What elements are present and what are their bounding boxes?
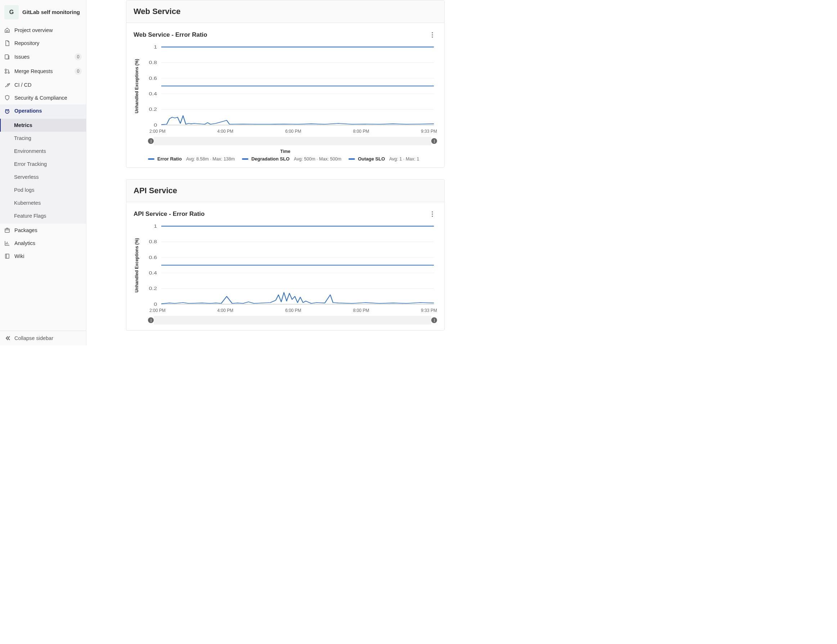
sidebar-item-issues[interactable]: Issues 0	[0, 50, 86, 64]
slider-track[interactable]	[154, 316, 431, 324]
y-axis-label: Unhandled Exceptions (%)	[134, 44, 140, 127]
sidebar-item-security[interactable]: Security & Compliance	[0, 92, 86, 104]
subnav-item-feature-flags[interactable]: Feature Flags	[0, 210, 86, 222]
svg-point-9	[432, 34, 433, 35]
svg-text:1: 1	[154, 224, 157, 228]
merge-requests-count-badge: 0	[74, 68, 82, 75]
svg-rect-0	[5, 55, 8, 59]
book-icon	[4, 253, 10, 259]
svg-text:0.4: 0.4	[149, 92, 157, 97]
ellipsis-vertical-icon	[432, 211, 433, 217]
subnav-item-tracing[interactable]: Tracing	[0, 132, 86, 145]
sidebar-item-label: Wiki	[15, 253, 82, 259]
sidebar-item-label: Operations	[15, 108, 82, 114]
legend-stats: Avg: 8.58m · Max: 138m	[186, 157, 235, 162]
sidebar-item-repository[interactable]: Repository	[0, 37, 86, 50]
project-avatar: G	[4, 5, 19, 20]
slider-handle-right[interactable]	[431, 138, 437, 144]
svg-rect-6	[5, 229, 9, 233]
legend-item[interactable]: Degradation SLO Avg: 500m · Max: 500m	[242, 156, 341, 162]
slider-handle-left[interactable]	[148, 138, 154, 144]
svg-point-24	[432, 213, 433, 215]
legend-item[interactable]: Error Ratio Avg: 8.58m · Max: 138m	[148, 156, 235, 162]
slider-handle-right[interactable]	[431, 317, 437, 323]
subnav-item-metrics[interactable]: Metrics	[0, 119, 86, 132]
operations-subnav: Metrics Tracing Environments Error Track…	[0, 117, 86, 224]
chart-plot[interactable]: 00.20.40.60.81	[140, 44, 437, 127]
svg-point-8	[432, 32, 433, 33]
sidebar-item-ci-cd[interactable]: CI / CD	[0, 79, 86, 92]
slider-track[interactable]	[154, 137, 431, 145]
collapse-sidebar-button[interactable]: Collapse sidebar	[0, 331, 86, 346]
svg-text:0.8: 0.8	[149, 239, 157, 244]
chart-menu-button[interactable]	[428, 210, 437, 219]
operations-icon	[4, 108, 10, 114]
panel-header: API Service	[126, 180, 444, 202]
chart-range-slider[interactable]	[148, 316, 437, 324]
legend-name: Error Ratio	[157, 156, 182, 162]
legend-stats: Avg: 1 · Max: 1	[389, 157, 419, 162]
svg-text:0.2: 0.2	[149, 107, 157, 112]
panel-header: Web Service	[126, 0, 444, 23]
chart-title: Web Service - Error Ratio	[134, 31, 207, 38]
chart-menu-button[interactable]	[428, 30, 437, 39]
svg-point-10	[432, 36, 433, 38]
issues-icon	[4, 54, 10, 60]
legend-name: Degradation SLO	[251, 156, 289, 162]
project-header[interactable]: G GitLab self monitoring	[0, 2, 86, 24]
svg-text:0.6: 0.6	[149, 255, 157, 260]
sidebar-item-analytics[interactable]: Analytics	[0, 237, 86, 250]
collapse-sidebar-label: Collapse sidebar	[15, 335, 53, 341]
document-icon	[4, 40, 10, 46]
sidebar-item-project-overview[interactable]: Project overview	[0, 24, 86, 37]
svg-text:0.2: 0.2	[149, 286, 157, 291]
sidebar-item-label: Packages	[15, 228, 82, 233]
x-axis-ticks: 2:00 PM 4:00 PM 6:00 PM 8:00 PM 9:33 PM	[134, 127, 437, 134]
legend-stats: Avg: 500m · Max: 500m	[294, 157, 341, 162]
x-axis-ticks: 2:00 PM 4:00 PM 6:00 PM 8:00 PM 9:33 PM	[134, 306, 437, 313]
shield-icon	[4, 95, 10, 101]
sidebar-item-merge-requests[interactable]: Merge Requests 0	[0, 64, 86, 79]
legend-item[interactable]: Outage SLO Avg: 1 · Max: 1	[348, 156, 419, 162]
ellipsis-vertical-icon	[432, 32, 433, 38]
subnav-item-pod-logs[interactable]: Pod logs	[0, 184, 86, 197]
sidebar-item-label: CI / CD	[15, 82, 82, 88]
x-axis-label: Time	[134, 149, 437, 154]
merge-request-icon	[4, 68, 10, 74]
chart-title: API Service - Error Ratio	[134, 210, 205, 218]
panel-api-service: API Service API Service - Error Ratio Un…	[126, 179, 445, 331]
chart-range-slider[interactable]	[148, 137, 437, 145]
sidebar-item-label: Security & Compliance	[15, 95, 82, 101]
panel-web-service: Web Service Web Service - Error Ratio Un…	[126, 0, 445, 168]
svg-text:0.6: 0.6	[149, 76, 157, 81]
svg-text:0: 0	[154, 123, 157, 127]
sidebar-item-label: Issues	[15, 54, 70, 60]
chart-web-error-ratio: Web Service - Error Ratio Unhandled Exce…	[126, 23, 444, 167]
svg-text:0.4: 0.4	[149, 270, 157, 275]
subnav-item-kubernetes[interactable]: Kubernetes	[0, 197, 86, 210]
subnav-item-serverless[interactable]: Serverless	[0, 170, 86, 184]
project-name: GitLab self monitoring	[22, 9, 80, 16]
svg-point-23	[432, 211, 433, 212]
svg-point-3	[8, 72, 9, 74]
panel-title: Web Service	[134, 7, 437, 16]
main-content: Web Service Web Service - Error Ratio Un…	[86, 0, 837, 346]
sidebar-item-wiki[interactable]: Wiki	[0, 250, 86, 263]
subnav-item-environments[interactable]: Environments	[0, 145, 86, 157]
y-axis-label: Unhandled Exceptions (%)	[134, 224, 140, 306]
slider-handle-left[interactable]	[148, 317, 154, 323]
svg-text:1: 1	[154, 44, 157, 49]
sidebar: G GitLab self monitoring Project overvie…	[0, 0, 86, 346]
chart-plot[interactable]: 00.20.40.60.81	[140, 224, 437, 306]
sidebar-item-label: Project overview	[15, 27, 82, 33]
legend-swatch	[148, 158, 154, 160]
home-icon	[4, 27, 10, 33]
chart-icon	[4, 240, 10, 246]
subnav-item-error-tracking[interactable]: Error Tracking	[0, 157, 86, 170]
svg-text:0: 0	[154, 302, 157, 306]
issues-count-badge: 0	[74, 53, 82, 61]
sidebar-item-label: Merge Requests	[15, 68, 70, 74]
sidebar-item-packages[interactable]: Packages	[0, 224, 86, 237]
svg-rect-7	[5, 254, 9, 258]
sidebar-item-operations[interactable]: Operations	[0, 104, 86, 117]
